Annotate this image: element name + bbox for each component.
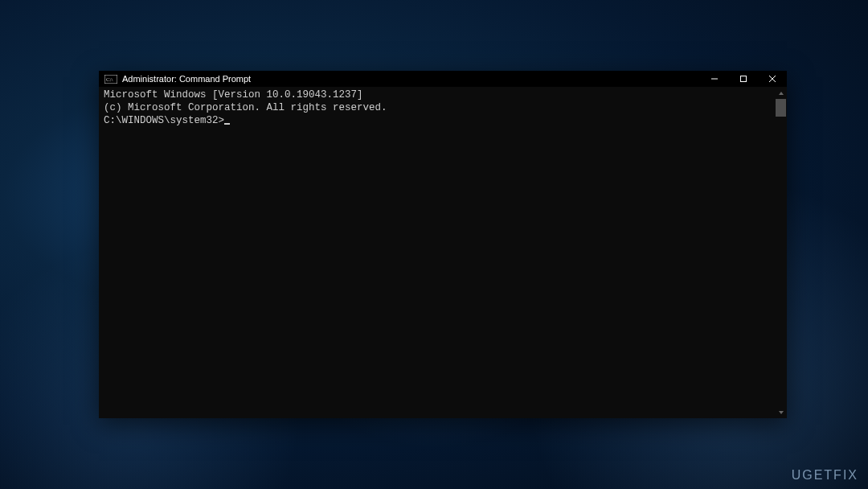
maximize-button[interactable] bbox=[729, 71, 758, 87]
scrollbar-thumb[interactable] bbox=[776, 99, 786, 117]
svg-rect-3 bbox=[741, 76, 747, 82]
window-title: Administrator: Command Prompt bbox=[122, 74, 251, 84]
watermark: UGETFIX bbox=[792, 468, 858, 483]
terminal-cursor bbox=[224, 123, 230, 125]
terminal-output-line: Microsoft Windows [Version 10.0.19043.12… bbox=[104, 88, 782, 101]
svg-marker-7 bbox=[779, 411, 784, 414]
scrollbar-up-arrow-icon[interactable] bbox=[775, 87, 787, 99]
titlebar[interactable]: C:\ Administrator: Command Prompt bbox=[99, 71, 787, 87]
svg-marker-6 bbox=[779, 92, 784, 95]
terminal-body[interactable]: Microsoft Windows [Version 10.0.19043.12… bbox=[99, 87, 787, 418]
window-controls bbox=[700, 71, 787, 87]
scrollbar[interactable] bbox=[775, 87, 787, 418]
svg-text:C:\: C:\ bbox=[106, 76, 113, 83]
terminal-prompt: C:\WINDOWS\system32> bbox=[104, 114, 224, 127]
terminal-prompt-line: C:\WINDOWS\system32> bbox=[104, 114, 782, 127]
scrollbar-down-arrow-icon[interactable] bbox=[775, 406, 787, 418]
terminal-output-line: (c) Microsoft Corporation. All rights re… bbox=[104, 101, 782, 114]
close-button[interactable] bbox=[758, 71, 787, 87]
command-prompt-window: C:\ Administrator: Command Prompt Micros… bbox=[99, 71, 787, 418]
cmd-icon: C:\ bbox=[104, 74, 117, 84]
minimize-button[interactable] bbox=[700, 71, 729, 87]
